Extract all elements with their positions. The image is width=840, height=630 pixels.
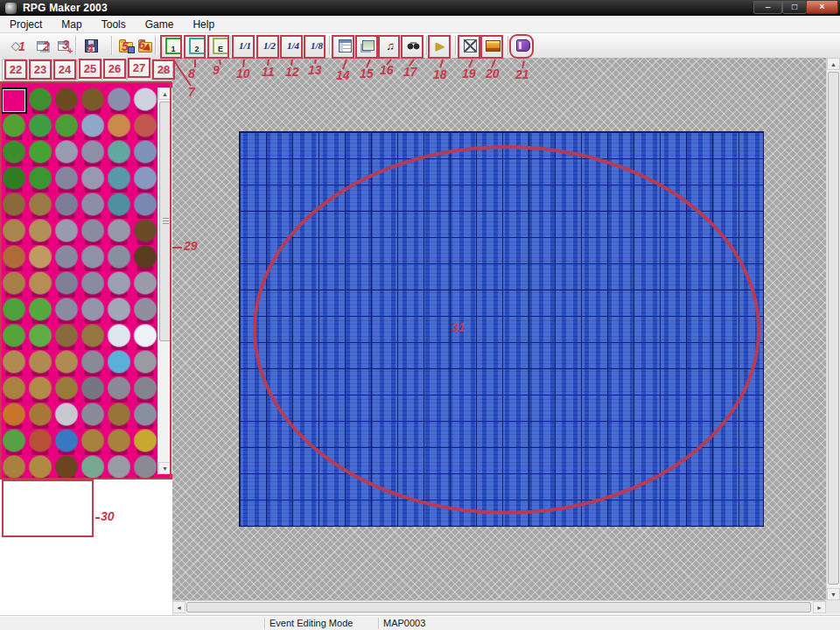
annotation-number-6: 6 (138, 38, 145, 51)
map-horizontal-scrollbar[interactable]: ◄ ► (172, 600, 826, 614)
annotation-box (458, 35, 480, 59)
annotation-box (304, 35, 326, 59)
annotation-number-24: 24 (53, 60, 76, 80)
annotation-box (355, 35, 378, 59)
map-viewport[interactable] (172, 58, 826, 600)
scroll-down-icon[interactable]: ▼ (827, 588, 840, 600)
scroll-right-icon[interactable]: ► (813, 601, 826, 613)
map-vertical-scrollbar[interactable]: ▲ ▼ (826, 58, 840, 600)
annotation-box (184, 35, 206, 59)
toolbar-separator (75, 36, 76, 55)
menu-game[interactable]: Game (136, 18, 184, 31)
annotation-number-28: 28 (152, 60, 175, 80)
annotation-number-5: 5 (122, 40, 129, 52)
toolbar-separator (111, 36, 112, 55)
window-title: RPG Maker 2003 (23, 2, 108, 14)
annotation-box (256, 35, 279, 59)
annotation-line (95, 517, 100, 519)
menu-bar: ProjectMapToolsGameHelp (0, 16, 840, 33)
annotation-number-7: 7 (188, 86, 195, 98)
toolbar-separator (508, 36, 508, 55)
annotation-box (2, 480, 94, 537)
annotation-box (509, 34, 534, 59)
annotation-box (160, 35, 182, 59)
map-red-ellipse (253, 145, 760, 514)
status-bar: Event Editing Mode MAP0003 (0, 615, 840, 630)
annotation-number-12: 12 (285, 66, 299, 78)
title-bar[interactable]: RPG Maker 2003 –□× (0, 0, 840, 16)
scroll-up-icon[interactable]: ▲ (827, 58, 840, 70)
scrollbar-corner (826, 600, 840, 613)
annotation-box (401, 35, 424, 59)
annotation-number-15: 15 (360, 67, 374, 80)
menu-tools[interactable]: Tools (92, 18, 136, 31)
annotation-number-10: 10 (236, 67, 250, 80)
annotation-box (428, 35, 451, 59)
annotation-number-2: 2 (43, 40, 50, 52)
annotation-number-20: 20 (486, 67, 500, 80)
scroll-left-icon[interactable]: ◄ (172, 601, 186, 613)
annotation-number-1: 1 (18, 40, 25, 52)
annotation-box (232, 35, 255, 59)
app-icon (5, 3, 17, 14)
annotation-number-30: 30 (101, 510, 115, 522)
annotation-box (480, 35, 503, 59)
annotation-number-4: 4 (87, 42, 94, 54)
h-scroll-thumb[interactable] (186, 602, 811, 612)
status-mode: Event Editing Mode (270, 618, 353, 628)
menu-help[interactable]: Help (183, 18, 224, 31)
annotation-number-18: 18 (433, 68, 447, 80)
annotation-number-23: 23 (29, 60, 52, 80)
annotation-number-11: 11 (262, 66, 275, 78)
toolbar-separator (455, 36, 456, 55)
menu-map[interactable]: Map (52, 18, 91, 31)
annotation-number-3: 3 (62, 38, 69, 51)
annotation-number-19: 19 (462, 67, 476, 80)
v-scroll-thumb[interactable] (828, 72, 839, 584)
menu-project[interactable]: Project (0, 18, 52, 31)
annotation-box (207, 35, 229, 59)
annotation-line (172, 247, 182, 248)
annotation-number-31: 31 (452, 321, 466, 333)
minimize-button[interactable]: – (753, 1, 782, 14)
annotation-box (0, 81, 172, 480)
app-window: RPG Maker 2003 –□× ProjectMapToolsGameHe… (0, 0, 840, 630)
annotation-number-22: 22 (4, 60, 27, 80)
maximize-button[interactable]: □ (782, 1, 807, 14)
annotation-number-25: 25 (79, 59, 102, 79)
annotation-number-14: 14 (336, 69, 350, 81)
annotation-number-9: 9 (213, 64, 220, 76)
annotation-number-29: 29 (184, 240, 198, 252)
annotation-number-8: 8 (188, 67, 195, 80)
toolbar-separator (329, 36, 330, 55)
annotation-box (378, 35, 400, 59)
annotation-number-21: 21 (515, 68, 529, 80)
annotation-number-17: 17 (403, 66, 417, 78)
map-canvas[interactable] (239, 131, 764, 527)
status-divider (264, 618, 265, 629)
annotation-number-27: 27 (128, 58, 150, 78)
status-divider (378, 618, 379, 629)
annotation-box (332, 35, 354, 59)
annotation-box (280, 35, 303, 59)
annotation-number-16: 16 (380, 64, 394, 76)
status-map-name: MAP0003 (383, 618, 425, 628)
annotation-number-13: 13 (308, 64, 322, 76)
close-button[interactable]: × (806, 1, 838, 14)
annotation-number-26: 26 (103, 59, 126, 79)
toolbar-separator (426, 36, 427, 55)
